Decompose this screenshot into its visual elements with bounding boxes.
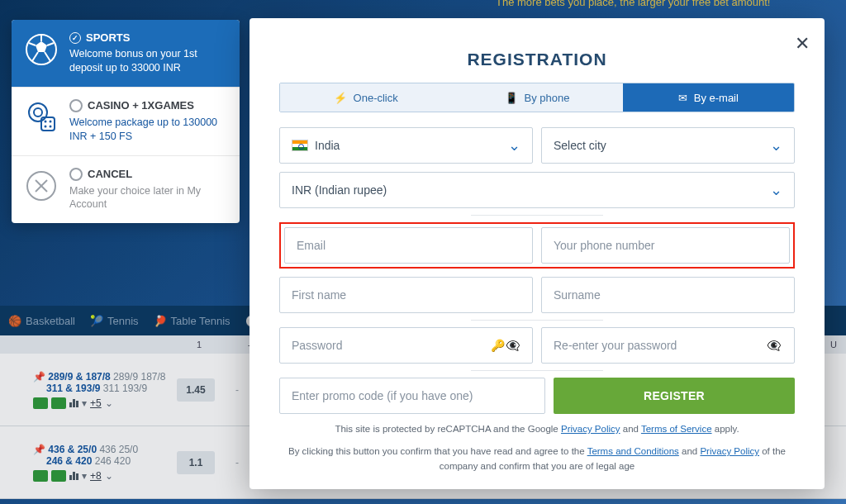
- svg-point-10: [45, 120, 47, 122]
- tab-one-click[interactable]: ⚡One-click: [280, 83, 451, 112]
- mail-icon: ✉: [678, 92, 687, 104]
- india-flag-icon: [292, 140, 308, 151]
- surname-field[interactable]: [541, 277, 795, 313]
- section-divider: [471, 370, 603, 371]
- agreement-disclaimer: By clicking this button you confirm that…: [279, 445, 795, 473]
- bonus-casino-desc: Welcome package up to 130000 INR + 150 F…: [69, 116, 228, 144]
- casino-chip-icon: [23, 99, 59, 136]
- password-field[interactable]: 🔑 👁‍🗨: [279, 327, 533, 364]
- highlighted-email-phone-row: [279, 222, 795, 269]
- radio-unselected-icon: [69, 99, 83, 112]
- eye-off-icon[interactable]: 👁‍🗨: [505, 339, 520, 352]
- bonus-sports-desc: Welcome bonus on your 1st deposit up to …: [69, 47, 228, 75]
- phone-icon: 📱: [505, 92, 518, 104]
- key-icon[interactable]: 🔑: [491, 339, 505, 352]
- bonus-sports-body: ✓ SPORTS Welcome bonus on your 1st depos…: [69, 31, 228, 75]
- bonus-option-cancel[interactable]: CANCEL Make your choice later in My Acco…: [12, 156, 240, 224]
- section-divider: [471, 215, 603, 216]
- svg-point-7: [29, 103, 47, 121]
- svg-point-8: [34, 108, 42, 116]
- svg-line-3: [29, 43, 36, 45]
- privacy-policy-link[interactable]: Privacy Policy: [700, 446, 759, 456]
- chevron-down-icon: ⌄: [770, 181, 782, 199]
- svg-point-13: [50, 120, 52, 122]
- country-select[interactable]: India ⌄: [279, 127, 533, 164]
- privacy-policy-link[interactable]: Privacy Policy: [561, 424, 620, 434]
- close-circle-icon: [23, 168, 59, 204]
- phone-field[interactable]: [541, 227, 790, 264]
- soccer-ball-icon: [23, 31, 59, 68]
- svg-line-4: [47, 43, 54, 45]
- svg-point-12: [45, 125, 47, 127]
- section-divider: [471, 320, 603, 321]
- bonus-sports-title: SPORTS: [86, 31, 130, 44]
- svg-marker-1: [36, 41, 47, 52]
- promo-code-field[interactable]: [279, 378, 545, 414]
- register-button[interactable]: REGISTER: [554, 378, 795, 414]
- svg-line-6: [45, 52, 50, 61]
- bonus-casino-title: CASINO + 1XGAMES: [88, 99, 194, 112]
- bonus-selector-sidebar: ✓ SPORTS Welcome bonus on your 1st depos…: [12, 20, 240, 223]
- recaptcha-disclaimer: This site is protected by reCAPTCHA and …: [279, 422, 795, 436]
- bonus-option-casino[interactable]: CASINO + 1XGAMES Welcome package up to 1…: [12, 88, 240, 156]
- close-icon[interactable]: ✕: [795, 33, 810, 55]
- password-confirm-field[interactable]: 👁‍🗨: [541, 327, 795, 364]
- lightning-icon: ⚡: [334, 92, 347, 104]
- chevron-down-icon: ⌄: [770, 136, 782, 155]
- bonus-cancel-desc: Make your choice later in My Account: [69, 184, 228, 212]
- bonus-cancel-title: CANCEL: [88, 168, 132, 180]
- bonus-cancel-body: CANCEL Make your choice later in My Acco…: [69, 168, 228, 212]
- bonus-option-sports[interactable]: ✓ SPORTS Welcome bonus on your 1st depos…: [12, 20, 240, 88]
- svg-point-11: [50, 125, 52, 127]
- modal-title: REGISTRATION: [279, 50, 795, 69]
- radio-unselected-icon: [69, 168, 83, 181]
- bonus-casino-body: CASINO + 1XGAMES Welcome package up to 1…: [69, 99, 228, 144]
- registration-modal: ✕ REGISTRATION ⚡One-click 📱By phone ✉By …: [250, 18, 825, 489]
- first-name-field[interactable]: [279, 277, 533, 313]
- email-field[interactable]: [284, 227, 533, 264]
- terms-and-conditions-link[interactable]: Terms and Conditions: [587, 446, 679, 456]
- svg-line-5: [32, 52, 38, 61]
- tab-by-phone[interactable]: 📱By phone: [451, 83, 622, 112]
- terms-of-service-link[interactable]: Terms of Service: [641, 424, 712, 434]
- eye-off-icon[interactable]: 👁‍🗨: [766, 339, 782, 352]
- tab-by-email[interactable]: ✉By e-mail: [623, 83, 794, 112]
- chevron-down-icon: ⌄: [508, 136, 520, 155]
- registration-tabs: ⚡One-click 📱By phone ✉By e-mail: [279, 83, 795, 112]
- check-icon: ✓: [69, 32, 81, 44]
- city-select[interactable]: Select city ⌄: [541, 127, 795, 164]
- currency-select[interactable]: INR (Indian rupee) ⌄: [279, 172, 795, 208]
